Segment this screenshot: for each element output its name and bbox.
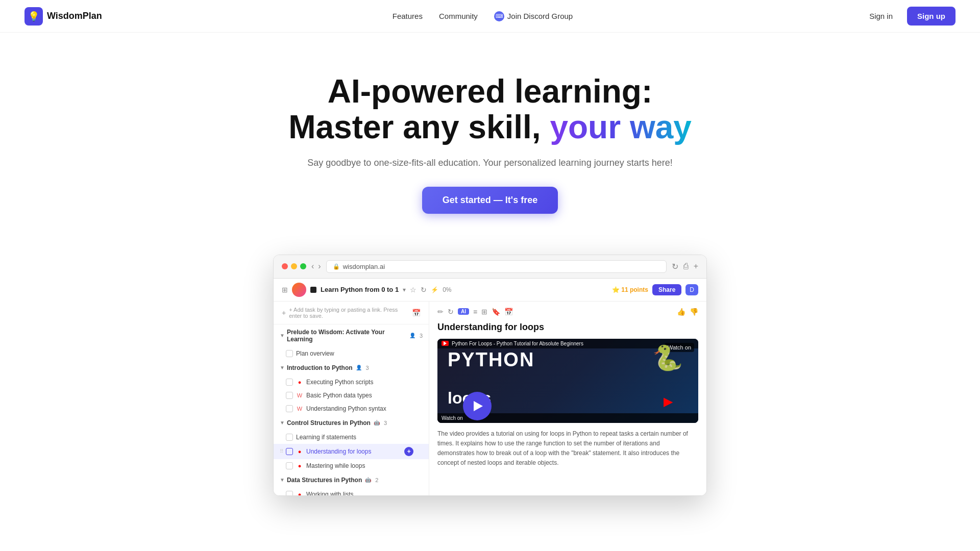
share-icon[interactable]: ⎙ [683, 262, 689, 271]
bookmark-icon[interactable]: 🔖 [492, 308, 500, 316]
section-control-header[interactable]: ▼ Control Structures in Python 🤖 3 [274, 415, 429, 431]
task-text: Learning if statements [296, 434, 423, 441]
drag-handle-icon[interactable]: ⠿ [280, 448, 283, 454]
forward-icon[interactable]: › [318, 262, 321, 271]
star-icon[interactable]: ☆ [410, 286, 416, 294]
refresh-icon[interactable]: ↻ [421, 286, 427, 294]
task-if-statements[interactable]: Learning if statements [274, 431, 429, 444]
task-checkbox[interactable] [286, 350, 293, 357]
calendar-icon[interactable]: 📅 [504, 308, 513, 316]
user-avatar [292, 283, 306, 297]
reload-icon[interactable]: ↻ [672, 262, 678, 271]
refresh-icon[interactable]: ↻ [448, 308, 454, 316]
task-for-loops[interactable]: ⠿ ● Understanding for loops + ··· [274, 444, 429, 459]
browser-address-bar[interactable]: 🔒 wisdomplan.ai [326, 260, 667, 273]
task-basic-types[interactable]: W Basic Python data types [274, 389, 429, 402]
progress-text: 0% [443, 286, 451, 293]
logo-text: WisdomPlan [47, 11, 102, 21]
section-control-title: Control Structures in Python [287, 419, 371, 427]
browser-mockup: ‹ › 🔒 wisdomplan.ai ↻ ⎙ + ⊞ Learn Python… [273, 255, 707, 496]
signup-button[interactable]: Sign up [907, 7, 955, 26]
lightning-icon: ⚡ [431, 286, 438, 293]
share-button[interactable]: Share [652, 284, 681, 295]
logo-icon: 💡 [24, 7, 43, 26]
task-checkbox[interactable] [286, 462, 293, 469]
user-icon: 👤 [409, 333, 415, 338]
back-icon[interactable]: ‹ [311, 262, 314, 271]
task-executing[interactable]: ● Executing Python scripts [274, 375, 429, 389]
ai-badge[interactable]: AI [458, 308, 469, 315]
plus-icon: + [282, 309, 286, 317]
hero-title-line2: Master any skill, your way [24, 109, 955, 145]
panel-toolbar: ✏ ↻ AI ≡ ⊞ 🔖 📅 👍 👎 [437, 308, 698, 316]
hero-title-gradient: your way [550, 109, 691, 145]
yt-play-icon [444, 341, 447, 345]
grid-icon[interactable]: ⊞ [282, 286, 288, 294]
signin-button[interactable]: Sign in [863, 8, 899, 24]
grid-icon[interactable]: ⊞ [481, 308, 487, 316]
task-while-loops[interactable]: ● Mastering while loops [274, 459, 429, 472]
thumbup-icon[interactable]: 👍 [677, 308, 685, 316]
section-control-count: 3 [384, 420, 387, 426]
wolf-icon: W [296, 392, 303, 398]
task-add-button[interactable]: + [404, 447, 413, 456]
app-bar: ⊞ Learn Python from 0 to 1 ▾ ☆ ↻ ⚡ 0% ⭐ … [274, 279, 706, 302]
section-toggle-icon: ▼ [280, 477, 285, 483]
task-working-lists[interactable]: ● Working with lists [274, 488, 429, 495]
section-toggle-icon: ▼ [280, 420, 285, 425]
course-title[interactable]: Learn Python from 0 to 1 [321, 286, 399, 293]
course-badge-icon [310, 287, 316, 293]
task-checkbox[interactable] [286, 434, 293, 441]
youtube-logo-icon: ▶ [664, 394, 673, 408]
ai-icon: 🤖 [365, 477, 371, 483]
add-task-bar[interactable]: + + Add task by typing or pasting a link… [274, 302, 429, 324]
section-data-count: 2 [375, 477, 378, 483]
task-text: Plan overview [296, 350, 423, 357]
new-tab-icon[interactable]: + [694, 262, 698, 271]
list-icon[interactable]: ≡ [473, 308, 477, 316]
task-syntax[interactable]: W Understanding Python syntax [274, 402, 429, 415]
task-text: Mastering while loops [306, 462, 423, 469]
thumbdown-icon[interactable]: 👎 [690, 308, 698, 316]
hero-title-plain: Master any skill, [288, 109, 550, 145]
section-prelude-count: 3 [420, 333, 423, 339]
dot-minimize[interactable] [291, 263, 297, 269]
nav-discord[interactable]: ⌨ Join Discord Group [494, 11, 573, 21]
browser-dots [282, 263, 306, 269]
task-checkbox[interactable] [286, 405, 293, 412]
app-bar-right: ⭐ 11 points Share D [612, 284, 698, 295]
task-checkbox[interactable] [286, 392, 293, 399]
dot-close[interactable] [282, 263, 288, 269]
edit-icon[interactable]: ✏ [437, 308, 444, 316]
youtube-small-icon [442, 341, 449, 346]
section-data-header[interactable]: ▼ Data Structures in Python 🤖 2 [274, 472, 429, 488]
task-checkbox[interactable] [286, 491, 293, 495]
hero-section: AI-powered learning: Master any skill, y… [0, 33, 980, 234]
nav-links: Features Community ⌨ Join Discord Group [393, 11, 573, 21]
nav-community[interactable]: Community [439, 12, 478, 20]
youtube-icon: ● [296, 379, 303, 385]
video-thumbnail[interactable]: Python For Loops - Python Tutorial for A… [437, 339, 698, 423]
discord-app-button[interactable]: D [685, 284, 698, 295]
nav-features[interactable]: Features [393, 12, 423, 20]
address-text: wisdomplan.ai [343, 263, 385, 270]
hero-title-line1: AI-powered learning: [24, 73, 955, 109]
python-snake-icon: 🐍 [652, 344, 683, 372]
points-badge: ⭐ 11 points [612, 286, 648, 293]
task-text: Basic Python data types [306, 392, 423, 399]
user-icon: 👤 [356, 365, 362, 370]
cta-button[interactable]: Get started — It's free [422, 187, 558, 214]
discord-icon: ⌨ [494, 11, 504, 21]
section-intro-header[interactable]: ▼ Introduction to Python 👤 3 [274, 360, 429, 375]
task-text: Executing Python scripts [306, 379, 423, 386]
section-data-title: Data Structures in Python [287, 477, 362, 484]
browser-actions: ↻ ⎙ + [672, 262, 698, 271]
task-checkbox[interactable] [286, 448, 293, 455]
play-button[interactable] [463, 392, 492, 420]
logo[interactable]: 💡 WisdomPlan [24, 7, 102, 26]
task-checkbox[interactable] [286, 379, 293, 386]
section-prelude-header[interactable]: ▼ Prelude to Wisdom: Activate Your Learn… [274, 324, 429, 347]
dot-maximize[interactable] [300, 263, 306, 269]
app-content: + + Add task by typing or pasting a link… [274, 302, 706, 495]
task-plan-overview[interactable]: Plan overview [274, 347, 429, 360]
